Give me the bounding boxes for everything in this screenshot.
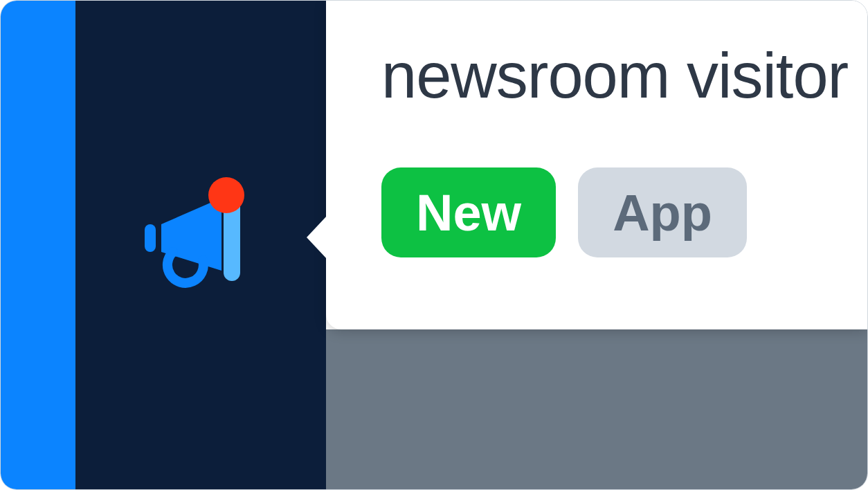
popover-arrow: [307, 215, 327, 260]
app-badge[interactable]: App: [578, 167, 747, 257]
sidebar: [75, 1, 326, 489]
svg-rect-0: [145, 224, 156, 252]
content-background: [326, 329, 867, 489]
main-area: newsroom visitor New App: [326, 1, 867, 489]
rail-strip: [1, 1, 75, 489]
announcements-nav-item[interactable]: [142, 184, 260, 288]
new-badge[interactable]: New: [381, 167, 556, 257]
badge-row: New App: [381, 167, 867, 257]
popover-title: newsroom visitor: [381, 39, 867, 112]
announcement-popover: newsroom visitor New App: [326, 1, 867, 329]
app-frame: newsroom visitor New App: [0, 0, 868, 490]
notification-dot-icon: [208, 177, 244, 213]
